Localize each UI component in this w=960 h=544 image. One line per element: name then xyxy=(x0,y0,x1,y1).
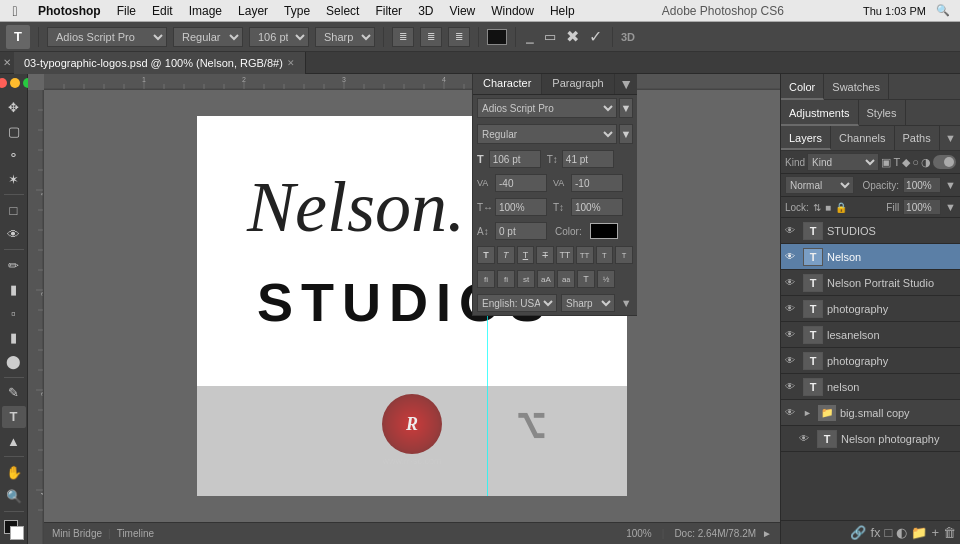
close-window-btn[interactable] xyxy=(0,78,7,88)
font-size-input[interactable] xyxy=(489,150,541,168)
scale-v-input[interactable] xyxy=(571,198,623,216)
stamp-tool-btn[interactable]: ▮ xyxy=(2,279,26,301)
char-font-family-select[interactable]: Adios Script Pro xyxy=(477,98,617,118)
tab-styles[interactable]: Styles xyxy=(859,100,906,126)
expand-bottom-btn[interactable]: ► xyxy=(762,528,772,539)
panel-menu-btn[interactable]: ▼ xyxy=(619,297,633,309)
apple-menu[interactable]:  xyxy=(0,3,30,19)
type-tool-btn[interactable]: T xyxy=(2,406,26,428)
eye-photography-2[interactable]: 👁 xyxy=(785,355,799,366)
color-swatch[interactable] xyxy=(487,29,507,45)
layer-group-big-small[interactable]: 👁 ► 📁 big.small copy xyxy=(781,400,960,426)
strikethrough-style-btn[interactable]: T xyxy=(536,246,554,264)
layer-item-lesanelson[interactable]: 👁 T lesanelson xyxy=(781,322,960,348)
layer-item-photography-2[interactable]: 👁 T photography xyxy=(781,348,960,374)
close-doc-btn[interactable]: ✕ xyxy=(0,52,14,74)
layer-item-nelson[interactable]: 👁 T Nelson xyxy=(781,244,960,270)
3d-label[interactable]: 3D xyxy=(621,31,635,43)
baseline-input[interactable] xyxy=(495,222,547,240)
blend-mode-select[interactable]: Normal xyxy=(785,176,854,194)
tab-close-icon[interactable]: ✕ xyxy=(287,52,295,74)
bold-style-btn[interactable]: T xyxy=(477,246,495,264)
tab-color[interactable]: Color xyxy=(781,74,824,100)
lasso-tool-btn[interactable]: ⚬ xyxy=(2,144,26,166)
eye-nelson-text[interactable]: 👁 xyxy=(785,381,799,392)
move-tool-btn[interactable]: ✥ xyxy=(2,96,26,118)
ligature-btn[interactable]: fi xyxy=(477,270,495,288)
menu-view[interactable]: View xyxy=(441,0,483,22)
filter-adj-icon[interactable]: ◑ xyxy=(921,156,931,169)
new-layer-btn[interactable]: + xyxy=(931,525,939,540)
panel-expand-btn[interactable]: ▼ xyxy=(615,74,637,94)
cancel-btn[interactable]: ✖ xyxy=(564,25,581,48)
filter-shape-icon[interactable]: ◆ xyxy=(902,156,910,169)
eyedropper-tool-btn[interactable]: 👁 xyxy=(2,223,26,245)
tab-character[interactable]: Character xyxy=(473,74,542,94)
italic-style-btn[interactable]: T xyxy=(497,246,515,264)
dodge-tool-btn[interactable]: ⬤ xyxy=(2,351,26,373)
new-adj-btn[interactable]: ◐ xyxy=(896,525,907,540)
tab-paragraph[interactable]: Paragraph xyxy=(542,74,614,94)
underline-style-btn[interactable]: T xyxy=(517,246,535,264)
superscript-style-btn[interactable]: T xyxy=(596,246,614,264)
tab-swatches[interactable]: Swatches xyxy=(824,74,889,100)
hand-tool-btn[interactable]: ✋ xyxy=(2,461,26,483)
eye-group[interactable]: 👁 xyxy=(785,407,799,418)
language-select[interactable]: English: USA xyxy=(477,294,557,312)
tab-adjustments[interactable]: Adjustments xyxy=(781,100,859,126)
menu-window[interactable]: Window xyxy=(483,0,542,22)
swash-btn[interactable]: T xyxy=(577,270,595,288)
menu-file[interactable]: File xyxy=(109,0,144,22)
font-family-arrow[interactable]: ▼ xyxy=(619,98,633,118)
kerning-input[interactable] xyxy=(495,174,547,192)
document-tab[interactable]: 03-typographic-logos.psd @ 100% (Nelson,… xyxy=(14,52,306,74)
filter-select[interactable]: Kind xyxy=(807,153,879,171)
discretionary-ligature-btn[interactable]: fi xyxy=(497,270,515,288)
wand-tool-btn[interactable]: ✶ xyxy=(2,168,26,190)
font-size-select[interactable]: 106 pt xyxy=(249,27,309,47)
align-left-btn[interactable]: ≣ xyxy=(392,27,414,47)
leading-input[interactable] xyxy=(562,150,614,168)
menu-photoshop[interactable]: Photoshop xyxy=(30,0,109,22)
lock-all-icon[interactable]: 🔒 xyxy=(835,202,847,213)
type-tool-icon[interactable]: T xyxy=(6,25,30,49)
eraser-tool-btn[interactable]: ▫ xyxy=(2,303,26,325)
eye-studios[interactable]: 👁 xyxy=(785,225,799,236)
layer-item-nelson-text[interactable]: 👁 T nelson xyxy=(781,374,960,400)
font-family-select[interactable]: Adios Script Pro xyxy=(47,27,167,47)
warp-text-btn[interactable]: ⎯ xyxy=(524,27,536,46)
char-font-style-select[interactable]: Regular xyxy=(477,124,617,144)
filter-text-icon[interactable]: T xyxy=(893,156,900,169)
background-color[interactable] xyxy=(10,526,24,540)
allcaps-style-btn[interactable]: TT xyxy=(556,246,574,264)
layers-panel-menu-btn[interactable]: ▼ xyxy=(941,126,960,150)
subscript-style-btn[interactable]: T xyxy=(615,246,633,264)
delete-layer-btn[interactable]: 🗑 xyxy=(943,525,956,540)
tab-layers[interactable]: Layers xyxy=(781,126,831,150)
font-style-select[interactable]: Regular xyxy=(173,27,243,47)
brush-tool-btn[interactable]: ✏ xyxy=(2,254,26,276)
layer-link-btn[interactable]: 🔗 xyxy=(850,525,866,540)
menu-image[interactable]: Image xyxy=(181,0,230,22)
lock-position-icon[interactable]: ■ xyxy=(825,202,831,213)
eye-nelson-portrait[interactable]: 👁 xyxy=(785,277,799,288)
layer-item-studios[interactable]: 👁 T STUDIOS xyxy=(781,218,960,244)
toggle-panels-btn[interactable]: ▭ xyxy=(542,27,558,46)
tab-paths[interactable]: Paths xyxy=(895,126,940,150)
align-center-btn[interactable]: ≣ xyxy=(420,27,442,47)
fractions-btn[interactable]: aA xyxy=(537,270,555,288)
mini-bridge-btn[interactable]: Mini Bridge xyxy=(52,528,102,539)
ordinal-btn[interactable]: aa xyxy=(557,270,575,288)
tab-channels[interactable]: Channels xyxy=(831,126,894,150)
fill-input[interactable] xyxy=(903,199,941,215)
menu-filter[interactable]: Filter xyxy=(367,0,410,22)
menu-3d[interactable]: 3D xyxy=(410,0,441,22)
antialiasing-select[interactable]: Sharp xyxy=(315,27,375,47)
eye-nelson[interactable]: 👁 xyxy=(785,251,799,262)
layer-item-nelson-photography[interactable]: 👁 T Nelson photography xyxy=(781,426,960,452)
zoom-tool-btn[interactable]: 🔍 xyxy=(2,485,26,507)
tracking-input[interactable] xyxy=(571,174,623,192)
marquee-tool-btn[interactable]: ▢ xyxy=(2,120,26,142)
scale-h-input[interactable] xyxy=(495,198,547,216)
menu-edit[interactable]: Edit xyxy=(144,0,181,22)
